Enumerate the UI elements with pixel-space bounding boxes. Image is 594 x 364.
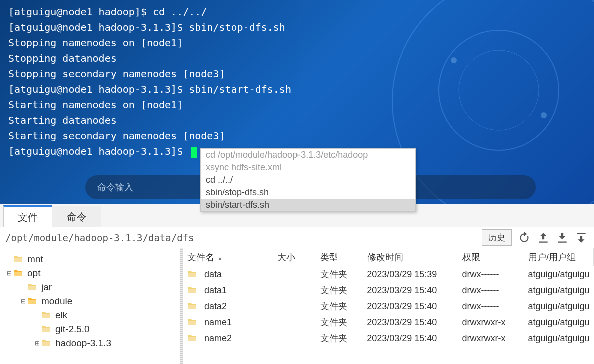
tree-item[interactable]: ⊟opt xyxy=(2,266,178,280)
terminal-line: Stopping secondary namenodes [node3] xyxy=(8,66,586,82)
terminal-line: [atguigu@node1 hadoop-3.1.3]$ sbin/start… xyxy=(8,82,586,97)
file-name: name1 xyxy=(204,317,232,328)
col-mtime[interactable]: 修改时间 xyxy=(363,248,458,266)
path-input[interactable] xyxy=(3,230,482,245)
folder-icon xyxy=(187,286,197,294)
cell-type: 文件夹 xyxy=(316,282,363,298)
path-bar: 历史 xyxy=(0,227,594,248)
upload-icon[interactable] xyxy=(537,231,550,244)
cell-type: 文件夹 xyxy=(316,314,363,330)
folder-icon xyxy=(27,297,37,305)
folder-icon xyxy=(187,270,197,278)
cell-owner: atguigu/atguigu xyxy=(524,330,593,346)
cell-size xyxy=(273,330,316,346)
file-name: data2 xyxy=(204,301,227,312)
tab-commands[interactable]: 命令 xyxy=(52,206,101,227)
cell-mtime: 2023/03/29 15:40 xyxy=(363,314,458,330)
col-size[interactable]: 大小 xyxy=(273,248,316,266)
terminal-line: [atguigu@node1 hadoop-3.1.3]$ sbin/stop-… xyxy=(8,20,586,35)
collapse-icon[interactable]: ⊟ xyxy=(5,270,13,277)
history-item[interactable]: cd ../../ xyxy=(201,174,415,186)
folder-icon xyxy=(41,339,51,347)
cell-size xyxy=(273,298,316,314)
cell-size xyxy=(273,282,316,298)
tree-item[interactable]: jar xyxy=(2,280,178,294)
history-item[interactable]: sbin/start-dfs.sh xyxy=(201,199,415,211)
terminal-line: Starting secondary namenodes [node3] xyxy=(8,128,586,144)
open-external-icon[interactable] xyxy=(575,231,588,244)
table-row[interactable]: data1文件夹2023/03/29 15:40drwx------atguig… xyxy=(183,282,594,298)
collapse-icon[interactable]: ⊟ xyxy=(19,298,27,305)
tree-item[interactable]: ⊟module xyxy=(2,294,178,308)
tab-files[interactable]: 文件 xyxy=(3,205,52,227)
table-row[interactable]: data2文件夹2023/03/29 15:40drwx------atguig… xyxy=(183,298,594,314)
tree-item-label: git-2.5.0 xyxy=(55,324,90,335)
tree-item[interactable]: mnt xyxy=(2,252,178,266)
cell-mtime: 2023/03/29 15:39 xyxy=(363,266,458,282)
command-history-popup[interactable]: cd /opt/module/hadoop-3.1.3/etc/hadoopxs… xyxy=(200,148,416,212)
cell-type: 文件夹 xyxy=(316,266,363,282)
history-item[interactable]: cd /opt/module/hadoop-3.1.3/etc/hadoop xyxy=(201,149,415,161)
folder-icon xyxy=(13,255,23,263)
tree-item-label: elk xyxy=(55,310,67,321)
cell-size xyxy=(273,266,316,282)
download-icon[interactable] xyxy=(556,231,569,244)
file-name: data1 xyxy=(204,285,227,296)
command-input-placeholder: 命令输入 xyxy=(97,181,133,193)
history-item[interactable]: sbin/stop-dfs.sh xyxy=(201,186,415,199)
cell-perm: drwxrwxr-x xyxy=(458,314,524,330)
file-name: data xyxy=(204,269,222,280)
terminal-line: Starting namenodes on [node1] xyxy=(8,97,586,113)
directory-tree[interactable]: mnt⊟optjar⊟moduleelkgit-2.5.0⊞hadoop-3.1… xyxy=(0,248,180,364)
cell-type: 文件夹 xyxy=(316,330,363,346)
tree-item-label: hadoop-3.1.3 xyxy=(55,338,111,349)
cell-type: 文件夹 xyxy=(316,298,363,314)
folder-icon xyxy=(187,334,197,342)
folder-icon xyxy=(13,269,23,277)
cell-owner: atguigu/atguigu xyxy=(524,266,593,282)
cell-mtime: 2023/03/29 15:40 xyxy=(363,282,458,298)
history-item[interactable]: xsync hdfs-site.xml xyxy=(201,161,415,174)
tree-item-label: module xyxy=(41,296,72,307)
table-row[interactable]: data文件夹2023/03/29 15:39drwx------atguigu… xyxy=(183,266,594,282)
terminal-line: Starting datanodes xyxy=(8,113,586,128)
cursor xyxy=(191,147,197,158)
tree-item[interactable]: git-2.5.0 xyxy=(2,322,178,336)
col-owner[interactable]: 用户/用户组 xyxy=(524,248,593,266)
folder-icon xyxy=(41,325,51,333)
file-list-panel: 文件名▲ 大小 类型 修改时间 权限 用户/用户组 data文件夹2023/03… xyxy=(183,248,594,364)
tree-item-label: opt xyxy=(27,268,40,279)
folder-icon xyxy=(187,302,197,310)
tree-item-label: mnt xyxy=(27,254,43,265)
folder-icon xyxy=(187,318,197,326)
tree-item[interactable]: ⊞hadoop-3.1.3 xyxy=(2,336,178,350)
cell-owner: atguigu/atguigu xyxy=(524,282,593,298)
col-name[interactable]: 文件名▲ xyxy=(183,248,273,266)
file-name: name2 xyxy=(204,333,232,344)
folder-icon xyxy=(41,311,51,319)
table-row[interactable]: name1文件夹2023/03/29 15:40drwxrwxr-xatguig… xyxy=(183,314,594,330)
col-type[interactable]: 类型 xyxy=(316,248,363,266)
refresh-icon[interactable] xyxy=(518,231,531,244)
tree-item-label: jar xyxy=(41,282,52,293)
expand-icon[interactable]: ⊞ xyxy=(33,340,41,347)
file-table: 文件名▲ 大小 类型 修改时间 权限 用户/用户组 data文件夹2023/03… xyxy=(183,248,594,346)
cell-size xyxy=(273,314,316,330)
terminal-line: Stopping namenodes on [node1] xyxy=(8,35,586,51)
tree-item[interactable]: elk xyxy=(2,308,178,322)
cell-owner: atguigu/atguigu xyxy=(524,314,593,330)
terminal-line: Stopping datanodes xyxy=(8,51,586,66)
cell-perm: drwxrwxr-x xyxy=(458,330,524,346)
cell-perm: drwx------ xyxy=(458,282,524,298)
cell-owner: atguigu/atguigu xyxy=(524,298,593,314)
table-row[interactable]: name2文件夹2023/03/29 15:40drwxrwxr-xatguig… xyxy=(183,330,594,346)
history-button[interactable]: 历史 xyxy=(482,229,512,246)
sort-asc-icon: ▲ xyxy=(217,255,223,261)
col-perm[interactable]: 权限 xyxy=(458,248,524,266)
folder-icon xyxy=(27,283,37,291)
cell-perm: drwx------ xyxy=(458,266,524,282)
cell-mtime: 2023/03/29 15:40 xyxy=(363,330,458,346)
terminal-line: [atguigu@node1 hadoop]$ cd ../../ xyxy=(8,4,586,20)
cell-mtime: 2023/03/29 15:40 xyxy=(363,298,458,314)
cell-perm: drwx------ xyxy=(458,298,524,314)
